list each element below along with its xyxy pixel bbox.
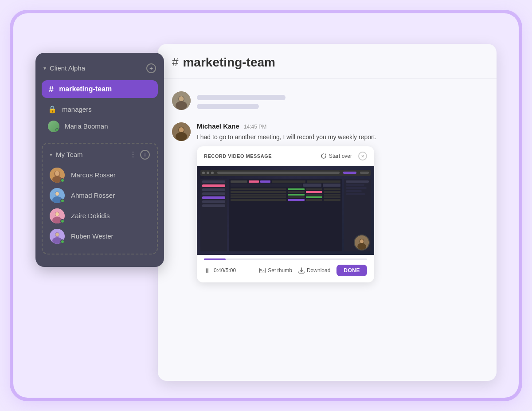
video-preview-inner	[197, 166, 374, 255]
chat-area: Michael Kane 14:45 PM I had to go to ano…	[158, 79, 497, 307]
avatar-ahmad	[50, 188, 65, 203]
download-label: Download	[307, 267, 330, 274]
download-button[interactable]: Download	[298, 267, 330, 274]
time-display: 0:40/5:00	[214, 267, 236, 274]
message-header-michael: Michael Kane 14:45 PM	[197, 122, 482, 130]
channel-name-managers: managers	[62, 106, 92, 113]
avatar-maria	[48, 121, 59, 132]
refresh-icon	[321, 153, 327, 159]
dm-item-maria[interactable]: Maria Booman	[35, 117, 164, 136]
add-channel-button[interactable]: +	[146, 63, 156, 73]
video-preview	[197, 166, 374, 255]
fake-ui-overlay	[197, 166, 374, 255]
blur-line-1	[197, 95, 286, 100]
hash-icon: #	[49, 85, 54, 94]
progress-track	[204, 258, 367, 260]
svg-point-23	[176, 132, 187, 141]
add-team-member-button[interactable]: +	[140, 150, 150, 160]
my-team-title-group[interactable]: ▾ My Team	[50, 151, 83, 158]
sender-michael: Michael Kane	[197, 122, 239, 130]
svg-point-26	[360, 239, 364, 243]
team-member-marcus[interactable]: Marcus Rosser	[46, 165, 153, 185]
my-team-label: My Team	[56, 151, 83, 158]
active-channel-name: marketing-team	[59, 85, 112, 93]
start-over-label: Start over	[329, 153, 352, 159]
svg-point-22	[179, 127, 184, 133]
record-video-label: RECORD VIDEO MESSAGE	[204, 153, 272, 159]
my-team-actions: ⋮ +	[129, 150, 150, 160]
svg-point-3	[55, 171, 59, 176]
done-button[interactable]: DONE	[336, 265, 367, 276]
pause-button[interactable]: ⏸	[204, 267, 210, 274]
my-team-header: ▾ My Team ⋮ +	[46, 150, 153, 165]
avatar-ruben	[50, 229, 65, 244]
video-progress-bar[interactable]	[197, 255, 374, 262]
svg-point-14	[55, 232, 59, 236]
set-thumb-label: Set thumb	[268, 267, 292, 274]
team-member-ruben[interactable]: Ruben Wester	[46, 226, 153, 247]
blurred-content	[197, 91, 482, 110]
channel-header-hash: #	[172, 55, 178, 69]
mini-avatar-video	[354, 235, 370, 251]
lock-icon: 🔒	[48, 105, 57, 114]
member-name-ahmad: Ahmad Rosser	[71, 192, 115, 199]
video-right-controls: Set thumb Download DONE	[259, 265, 367, 276]
message-text-michael: I had to go to another meeting, I will r…	[197, 133, 482, 142]
active-channel-item[interactable]: # marketing-team	[42, 80, 158, 98]
chevron-down-icon: ▾	[43, 65, 46, 71]
michael-message-content: Michael Kane 14:45 PM I had to go to ano…	[197, 122, 482, 282]
channel-item-managers[interactable]: 🔒 managers	[35, 102, 164, 117]
chevron-my-team-icon: ▾	[50, 152, 52, 158]
set-thumb-button[interactable]: Set thumb	[259, 267, 292, 274]
message-time-michael: 14:45 PM	[244, 124, 266, 130]
team-member-ahmad[interactable]: Ahmad Rosser	[46, 185, 153, 206]
avatar-michael-kane	[172, 122, 191, 141]
progress-fill	[204, 258, 226, 260]
dm-name-maria: Maria Booman	[65, 122, 108, 130]
client-header: ▾ Client Alpha +	[35, 63, 164, 80]
avatar-marcus	[50, 168, 65, 183]
member-name-marcus: Marcus Rosser	[71, 171, 116, 179]
channel-header: # marketing-team	[158, 44, 497, 79]
my-team-section: ▾ My Team ⋮ +	[42, 143, 158, 254]
svg-point-10	[55, 212, 59, 216]
video-controls: ⏸ 0:40/5:00	[197, 262, 374, 282]
video-left-controls: ⏸ 0:40/5:00	[204, 267, 236, 274]
image-icon	[259, 268, 266, 273]
svg-point-6	[55, 192, 59, 196]
video-record-card: RECORD VIDEO MESSAGE Start over ×	[197, 146, 374, 282]
message-blurred	[172, 91, 482, 110]
member-name-zaire: Zaire Dokidis	[71, 212, 110, 219]
svg-point-18	[179, 96, 184, 102]
client-name: Client Alpha	[50, 64, 85, 72]
message-michael: Michael Kane 14:45 PM I had to go to ano…	[172, 122, 482, 282]
avatar-unknown-sender	[172, 91, 191, 110]
video-card-header: RECORD VIDEO MESSAGE Start over ×	[197, 146, 374, 166]
channel-header-name: marketing-team	[183, 55, 275, 70]
client-section-title[interactable]: ▾ Client Alpha	[43, 64, 85, 72]
more-options-icon[interactable]: ⋮	[129, 150, 137, 159]
blur-line-2	[197, 104, 259, 109]
svg-rect-28	[260, 268, 266, 273]
close-video-button[interactable]: ×	[358, 152, 367, 160]
sidebar: ▾ Client Alpha + # marketing-team 🔒 mana…	[35, 53, 164, 267]
team-member-zaire[interactable]: Zaire Dokidis	[46, 206, 153, 226]
start-over-button[interactable]: Start over	[321, 153, 352, 159]
svg-point-27	[357, 243, 366, 250]
main-chat-panel: # marketing-team	[158, 44, 497, 381]
member-name-ruben: Ruben Wester	[71, 232, 113, 240]
video-card-actions: Start over ×	[321, 152, 367, 160]
avatar-zaire	[50, 208, 65, 223]
svg-point-19	[176, 101, 187, 110]
download-icon	[298, 267, 305, 274]
